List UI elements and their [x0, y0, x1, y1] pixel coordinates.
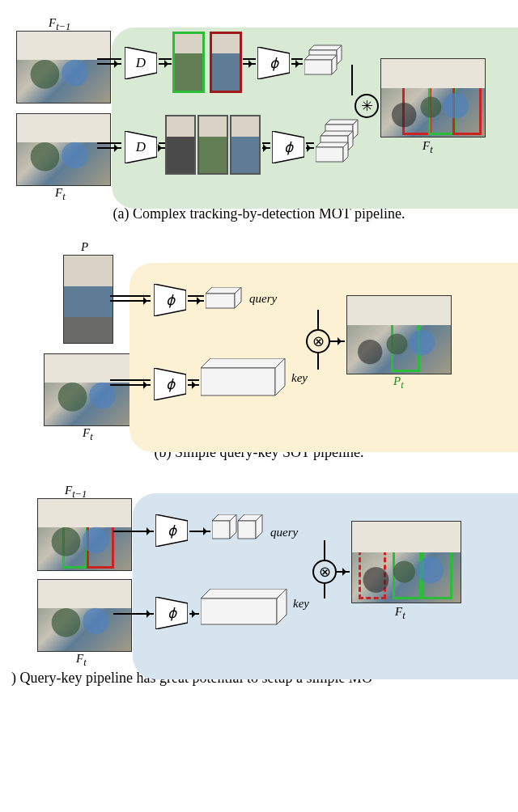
frame-image-b [44, 353, 138, 426]
key-label-c: key [293, 597, 309, 611]
result-image-c: Miss [351, 521, 461, 603]
pipeline-b-box: ϕ ϕ query key ⊗ [130, 263, 518, 452]
query-cubes [212, 514, 269, 543]
frame-curr-image [16, 113, 111, 186]
arrow [324, 540, 325, 560]
svg-marker-30 [212, 521, 230, 539]
arrow [110, 300, 151, 302]
combine-op-c: ⊗ [312, 560, 337, 584]
arrow [159, 63, 172, 65]
feature-b-top: ϕ [154, 284, 186, 316]
svg-marker-7 [304, 55, 337, 60]
arrow [188, 300, 204, 302]
key-label: key [291, 371, 308, 385]
arrow [324, 584, 325, 598]
bbox-green-c2 [422, 538, 452, 599]
svg-marker-8 [304, 60, 332, 74]
patch-label: P [81, 240, 88, 254]
bbox-red [402, 82, 431, 135]
frame-curr-c [37, 579, 132, 652]
svg-marker-24 [201, 358, 285, 368]
frame-prev-image [16, 31, 111, 104]
frame-label-b: Ft [83, 426, 93, 443]
feature-c-top: ϕ [155, 514, 188, 547]
svg-marker-33 [238, 521, 256, 539]
pipeline-c-box: ϕ ϕ query key ⊗ [133, 493, 518, 679]
result-label-a: Ft [422, 139, 433, 156]
crop-bot-2 [199, 116, 227, 173]
panel-b: P Ft ϕ ϕ query key [8, 247, 510, 461]
miss-label: Miss [357, 525, 386, 542]
frame-curr-label-c: Ft [76, 652, 87, 669]
feature-bottom: ϕ [272, 131, 304, 163]
bbox-green-b [391, 314, 420, 372]
arrow [291, 63, 303, 65]
arrow [97, 147, 121, 149]
arrow [317, 310, 319, 329]
crop-top-2 [212, 34, 240, 91]
arrow [113, 613, 154, 615]
arrow [189, 531, 210, 532]
result-image-b [346, 295, 452, 374]
detector-top: D [125, 47, 157, 79]
pipeline-a-box: D D ϕ ϕ [112, 27, 518, 209]
frame-prev-c [37, 498, 132, 571]
panel-c: Ft−1 Ft ϕ ϕ query [8, 485, 510, 687]
patch-image [63, 255, 113, 344]
svg-marker-4 [309, 45, 342, 50]
panel-a: Ft−1 Ft D D [8, 16, 510, 222]
svg-marker-36 [201, 598, 277, 624]
result-image-a [380, 58, 486, 137]
arrow [97, 63, 121, 65]
result-label-c: Ft [395, 605, 405, 622]
frame-prev-label: Ft−1 [49, 16, 70, 33]
arrow [243, 63, 256, 65]
bbox-red-2 [452, 77, 482, 135]
arrow [189, 613, 199, 615]
feature-c-bottom: ϕ [155, 597, 188, 629]
combine-op-b: ⊗ [306, 329, 330, 353]
query-label-c: query [270, 526, 298, 539]
arrow [306, 147, 314, 149]
detector-bottom: D [125, 131, 157, 163]
svg-marker-10 [325, 120, 358, 125]
arrow [262, 147, 270, 149]
combine-op-a: ✳ [355, 94, 379, 118]
arrow [351, 65, 353, 95]
bbox-miss [359, 543, 386, 599]
arrow [110, 384, 151, 386]
query-label: query [249, 292, 277, 306]
crop-bot-3 [231, 116, 259, 173]
crop-top-1 [175, 34, 202, 91]
crop-bot-1 [167, 116, 194, 173]
svg-marker-13 [321, 131, 353, 136]
arrow [188, 384, 199, 386]
query-cube [206, 287, 246, 313]
svg-marker-22 [206, 294, 235, 308]
svg-marker-35 [201, 589, 287, 598]
arrow [159, 147, 165, 149]
svg-marker-16 [316, 142, 348, 147]
svg-marker-17 [316, 147, 343, 162]
features-top [304, 42, 346, 82]
arrow [113, 531, 154, 532]
bbox [87, 515, 114, 569]
frame-curr-label: Ft [55, 186, 66, 203]
bbox-green-c1 [393, 541, 422, 599]
bbox-green [428, 80, 456, 135]
arrow [317, 353, 319, 370]
feature-b-bottom: ϕ [154, 368, 186, 400]
arrow [330, 340, 345, 342]
result-label-b: Pt [393, 374, 404, 391]
key-cube [201, 358, 290, 402]
key-cube-c [201, 589, 291, 631]
svg-marker-25 [201, 368, 275, 395]
feature-top: ϕ [257, 47, 290, 79]
frame-prev-label-c: Ft−1 [65, 484, 87, 501]
arrow [337, 571, 350, 573]
bbox [62, 518, 88, 569]
features-bottom [316, 118, 363, 173]
